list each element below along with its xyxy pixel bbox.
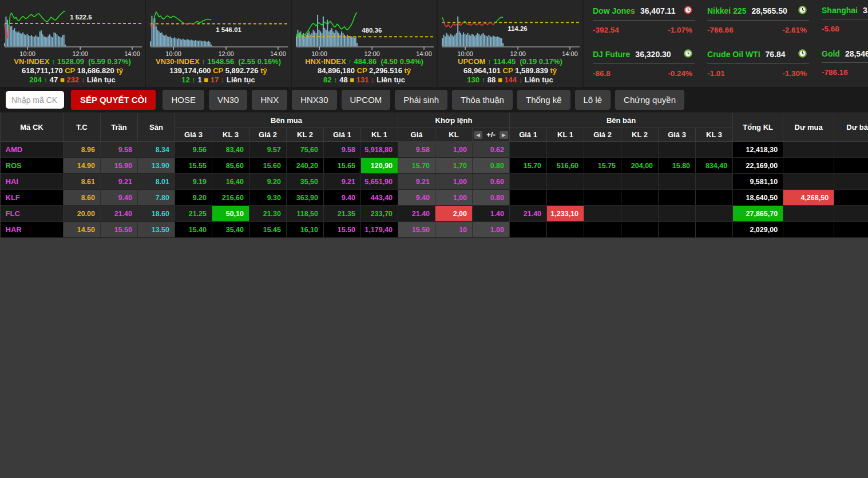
matched-cell-1: 15.50	[398, 222, 435, 238]
time-tick-label: 14:00	[562, 50, 578, 57]
world-index-change: -786.16	[822, 63, 868, 77]
matched-cell-3: 0.80	[473, 190, 510, 206]
buy-cell-6: 233,70	[361, 206, 398, 222]
index-panels: 1 522.510:0012:0014:00VN-INDEX ↑ 1528.09…	[0, 0, 584, 87]
symbol-cell[interactable]: KLF	[1, 190, 64, 206]
world-index-name: Shanghai	[822, 6, 858, 15]
total-volume-cell: 9,581,10	[733, 174, 783, 190]
buy-cell-1: 9.19	[175, 174, 212, 190]
col-header-remaining-sell: Dư bán	[834, 113, 868, 142]
scroll-right-icon[interactable]: ▶	[500, 131, 508, 139]
col-header-sell-3: Giá 2	[584, 128, 621, 142]
time-tick-label: 12:00	[364, 50, 380, 57]
world-index-name: Nikkei 225	[707, 6, 747, 15]
col-header-matched-3: ◀ +/- ▶	[473, 128, 510, 142]
buy-cell-5: 9.40	[324, 190, 361, 206]
ceiling-price-cell: 9.40	[101, 190, 138, 206]
sell-cell-5: 15.80	[659, 158, 696, 174]
tab-hose[interactable]: HOSE	[162, 90, 204, 110]
scroll-left-icon[interactable]: ◀	[474, 131, 482, 139]
table-row: HAI8.619.218.019.1916,409.2035,509.215,6…	[1, 174, 868, 190]
remaining-buy-cell	[783, 158, 834, 174]
buy-cell-5: 21.35	[324, 206, 361, 222]
world-index-name: Gold	[822, 49, 840, 58]
floor-price-cell: 8.34	[138, 142, 175, 158]
matched-cell-2: 1,00	[435, 190, 473, 206]
buy-cell-1: 15.40	[175, 222, 212, 238]
index-name: UPCOM	[458, 57, 485, 66]
sell-cell-6	[696, 206, 733, 222]
tab-upcom[interactable]: UPCOM	[342, 90, 391, 110]
sell-cell-4	[621, 206, 659, 222]
group-header-matched: Khớp lệnh	[398, 113, 510, 128]
tab-lo-le[interactable]: Lô lẻ	[575, 90, 611, 110]
symbol-cell[interactable]: FLC	[1, 206, 64, 222]
market-index-panel: 114.2610:0012:0014:00UPCOM ↑ 114.45 (0.1…	[438, 0, 584, 87]
sell-cell-5	[659, 222, 696, 238]
world-index-value: 36,320.30	[635, 50, 671, 59]
symbol-cell[interactable]: HAR	[1, 222, 64, 238]
time-tick-label: 14:00	[416, 50, 432, 57]
world-index-value: 76.84	[766, 50, 786, 59]
total-volume-cell: 12,418,30	[733, 142, 783, 158]
group-header-sell: Bên bán	[510, 113, 733, 128]
change-value: -1.01	[707, 69, 725, 78]
market-overview-bar: 1 522.510:0012:0014:00VN-INDEX ↑ 1528.09…	[0, 0, 868, 87]
sell-cell-1	[510, 142, 547, 158]
tab-phai-sinh[interactable]: Phái sinh	[395, 90, 447, 110]
remaining-buy-cell	[783, 206, 834, 222]
index-chart: 1 522.510:0012:0014:00	[2, 2, 143, 57]
world-index-value: 28,565.50	[752, 6, 787, 15]
change-percent: -0.24%	[668, 69, 692, 78]
tab-vn30[interactable]: VN30	[209, 90, 248, 110]
matched-cell-2: 10	[435, 222, 473, 238]
col-header-buy-4: KL 2	[287, 128, 324, 142]
group-header-buy: Bên mua	[175, 113, 398, 128]
sell-cell-5	[659, 190, 696, 206]
ceiling-price-cell: 9.21	[101, 174, 138, 190]
reference-price-cell: 14.90	[64, 158, 101, 174]
floor-price-cell: 18.60	[138, 206, 175, 222]
tab-chung-quyen[interactable]: Chứng quyền	[615, 90, 684, 110]
change-value: -5.68	[822, 25, 839, 33]
tab-hnx[interactable]: HNX	[252, 90, 287, 110]
world-index-card: Crude Oil WTI76.84 -1.01-1.30%	[703, 48, 814, 86]
reference-label: 114.26	[508, 25, 528, 32]
world-index-card: Nikkei 22528,565.50 -766.66-2.61%	[703, 5, 814, 42]
tab-thoa-thuan[interactable]: Thỏa thuận	[452, 90, 513, 110]
reference-price-cell: 8.61	[64, 174, 101, 190]
remaining-buy-cell: 4,268,50	[783, 190, 834, 206]
buy-cell-4: 75,60	[287, 142, 324, 158]
buy-cell-5: 15.65	[324, 158, 361, 174]
world-index-value: 36,407.11	[640, 6, 676, 15]
matched-cell-1: 15.70	[398, 158, 435, 174]
tab-hnx30[interactable]: HNX30	[292, 90, 336, 110]
symbol-cell[interactable]: AMD	[1, 142, 64, 158]
world-index-card: DJ Future36,320.30 -86.8-0.24%	[588, 48, 699, 86]
sell-cell-6	[696, 142, 733, 158]
buy-cell-4: 363,90	[287, 190, 324, 206]
sell-cell-1	[510, 190, 547, 206]
action-button[interactable]: SẾP QUYẾT CÒI	[71, 90, 156, 110]
world-index-name: DJ Future	[593, 50, 630, 59]
buy-cell-1: 9.20	[175, 190, 212, 206]
tab-thong-ke[interactable]: Thống kê	[517, 90, 570, 110]
search-input[interactable]	[6, 91, 64, 109]
buy-cell-2: 216,60	[212, 190, 249, 206]
buy-cell-3: 9.20	[249, 174, 287, 190]
change-percent: -1.30%	[782, 69, 807, 78]
sell-cell-2: 1,233,10	[547, 206, 584, 222]
col-header-total-volume: Tổng KL	[733, 113, 783, 142]
symbol-cell[interactable]: HAI	[1, 174, 64, 190]
ceiling-price-cell: 9.58	[101, 142, 138, 158]
ceiling-price-cell: 21.40	[101, 206, 138, 222]
matched-cell-1: 9.58	[398, 142, 435, 158]
matched-cell-1: 21.40	[398, 206, 435, 222]
matched-cell-2: 1,00	[435, 142, 473, 158]
matched-cell-3: 1.40	[473, 206, 510, 222]
up-arrow-icon: ↑	[487, 57, 493, 66]
symbol-cell[interactable]: ROS	[1, 158, 64, 174]
sell-cell-3	[584, 190, 621, 206]
remaining-buy-cell	[783, 174, 834, 190]
index-chart: 1 546.0110:0012:0014:00	[148, 2, 289, 57]
